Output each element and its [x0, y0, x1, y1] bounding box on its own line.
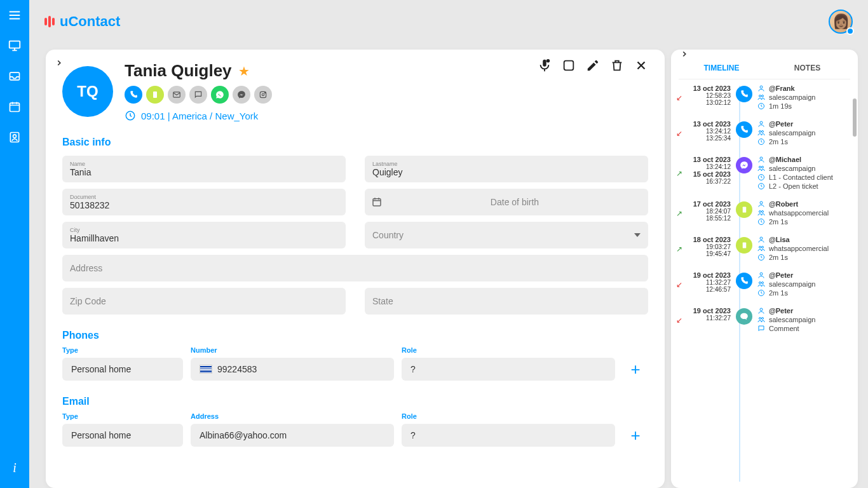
svg-point-20 [762, 131, 764, 133]
svg-rect-12 [564, 61, 574, 71]
menu-icon[interactable] [7, 8, 22, 23]
timeline-fb-icon [736, 157, 752, 173]
note-icon[interactable] [562, 58, 576, 72]
timeline-item[interactable]: ↗ 13 oct 202313:24:1215 oct 202316:37:22… [676, 156, 850, 191]
email-address-cell[interactable]: Albina66@yahoo.com [191, 424, 394, 447]
country-select[interactable]: Country [365, 222, 648, 248]
chat-channel-icon[interactable] [189, 86, 207, 104]
svg-point-16 [762, 95, 764, 97]
email-row: Personal home Albina66@yahoo.com ? + [62, 424, 648, 447]
svg-point-38 [759, 282, 761, 284]
email-role-cell[interactable]: ? [402, 424, 615, 447]
calendar-icon[interactable] [7, 99, 22, 114]
logo: uContact [44, 13, 120, 30]
svg-point-11 [546, 59, 550, 63]
svg-point-19 [759, 131, 761, 133]
contact-name: Tania Quigley [125, 61, 232, 81]
tab-notes[interactable]: NOTES [764, 57, 850, 79]
nav-rail: i [0, 0, 29, 488]
voice-icon[interactable] [538, 58, 552, 72]
svg-rect-13 [373, 199, 381, 206]
timeline-mobile-icon [736, 201, 752, 218]
phone-number-cell[interactable]: 99224583 [191, 358, 394, 381]
edit-icon[interactable] [586, 58, 600, 72]
info-icon[interactable]: i [7, 460, 22, 475]
delete-icon[interactable] [610, 58, 624, 72]
topbar: uContact 👩🏽 [29, 0, 868, 43]
col-address: Address [191, 412, 394, 420]
col-number: Number [191, 346, 394, 354]
whatsapp-channel-icon[interactable] [211, 86, 229, 104]
svg-point-34 [759, 247, 761, 248]
svg-rect-27 [742, 207, 746, 212]
col-type: Type [62, 346, 183, 354]
svg-point-9 [264, 93, 265, 93]
timeline-mobile-icon [736, 237, 752, 254]
city-field[interactable]: City Hamillhaven [62, 222, 346, 248]
phone-role-cell[interactable]: ? [402, 358, 615, 381]
back-chevron-icon[interactable] [55, 58, 64, 67]
svg-point-4 [13, 135, 17, 138]
document-field[interactable]: Document 50138232 [62, 189, 346, 215]
address-field[interactable]: Address [62, 255, 648, 281]
flag-icon [200, 365, 212, 374]
contacts-icon[interactable] [7, 130, 22, 145]
svg-point-18 [760, 121, 763, 124]
col-role: Role [402, 412, 615, 420]
svg-point-24 [762, 166, 764, 168]
svg-point-28 [760, 201, 763, 204]
phone-row: Personal home 99224583 ? + [62, 358, 648, 381]
email-channel-icon[interactable] [168, 86, 186, 104]
timeline-call-icon [736, 121, 752, 138]
add-phone-button[interactable]: + [623, 358, 648, 381]
svg-point-33 [760, 237, 763, 240]
svg-rect-2 [10, 103, 20, 111]
tab-timeline[interactable]: TIMELINE [679, 57, 764, 79]
scrollbar[interactable] [853, 98, 857, 137]
svg-point-8 [262, 93, 264, 96]
svg-rect-32 [742, 242, 746, 248]
messenger-channel-icon[interactable] [233, 86, 250, 104]
timeline-item[interactable]: ↙ 13 oct 202313:24:1213:25:34 @Peter sal… [676, 120, 850, 147]
timeline-timestamp: 13 oct 202312:58:2313:02:12 [684, 85, 735, 106]
svg-point-35 [762, 247, 764, 248]
timeline-item[interactable]: ↙ 19 oct 202311:32:27 @Peter salescampai… [676, 307, 850, 334]
state-field[interactable]: State [365, 288, 648, 315]
svg-rect-5 [153, 92, 157, 98]
timeline-item[interactable]: ↗ 18 oct 202319:03:2719:45:47 @Lisa what… [676, 236, 850, 262]
inbox-icon[interactable] [7, 69, 22, 84]
timeline-call-icon [736, 86, 752, 102]
phone-type-cell[interactable]: Personal home [62, 358, 183, 381]
name-field[interactable]: Name Tania [62, 156, 346, 182]
email-title: Email [62, 396, 648, 407]
email-type-cell[interactable]: Personal home [62, 424, 183, 447]
timeline-item[interactable]: ↙ 13 oct 202312:58:2313:02:12 @Frank sal… [676, 85, 850, 111]
close-icon[interactable] [634, 58, 648, 72]
svg-point-22 [760, 157, 763, 159]
svg-point-43 [762, 318, 764, 320]
channel-row [125, 86, 648, 104]
profile-avatar[interactable]: 👩🏽 [829, 10, 853, 34]
favorite-star-icon[interactable]: ★ [238, 64, 250, 79]
timeline-item[interactable]: ↙ 19 oct 202311:32:2712:46:57 @Peter sal… [676, 271, 850, 298]
timeline-timestamp: 19 oct 202311:32:27 [684, 307, 735, 322]
svg-point-23 [759, 166, 761, 168]
dob-field[interactable]: Date of birth [365, 189, 648, 215]
svg-point-37 [760, 273, 763, 275]
phone-channel-icon[interactable] [125, 86, 142, 104]
add-email-button[interactable]: + [623, 424, 648, 447]
zip-field[interactable]: Zip Code [62, 288, 346, 315]
timeline-timestamp: 13 oct 202313:24:1213:25:34 [684, 120, 735, 142]
monitor-icon[interactable] [7, 38, 22, 53]
timeline-item[interactable]: ↗ 17 oct 202318:24:0718:55:12 @Robert wh… [676, 200, 850, 227]
contact-initials: TQ [62, 66, 113, 117]
lastname-field[interactable]: Lastname Quigley [365, 156, 648, 182]
instagram-channel-icon[interactable] [254, 86, 272, 104]
svg-point-15 [759, 95, 761, 97]
svg-point-30 [762, 211, 764, 213]
timezone-text: 09:01 | America / New_York [141, 111, 258, 121]
timeline-list[interactable]: ↙ 13 oct 202312:58:2313:02:12 @Frank sal… [671, 79, 858, 488]
mobile-channel-icon[interactable] [146, 86, 164, 104]
svg-point-29 [759, 211, 761, 213]
col-type: Type [62, 412, 183, 420]
